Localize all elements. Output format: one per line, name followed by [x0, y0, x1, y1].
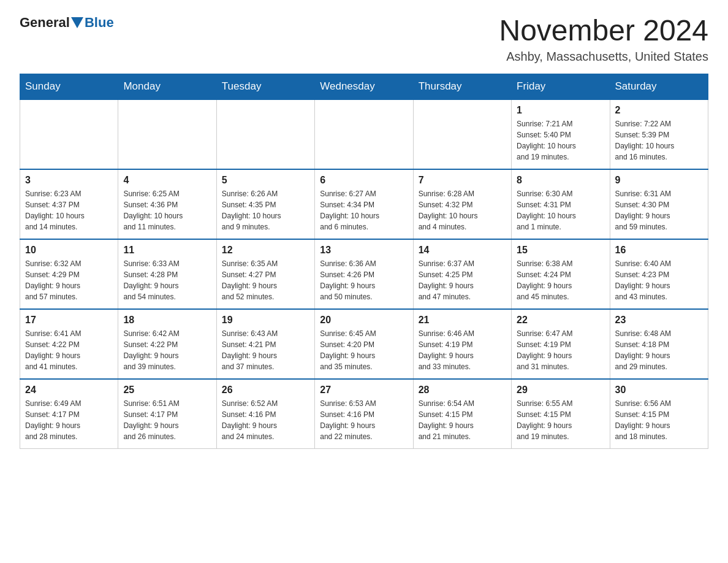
calendar-table: Sunday Monday Tuesday Wednesday Thursday…: [20, 74, 708, 449]
day-info: Sunrise: 6:33 AM Sunset: 4:28 PM Dayligh…: [123, 258, 211, 302]
calendar-cell: 27Sunrise: 6:53 AM Sunset: 4:16 PM Dayli…: [315, 379, 413, 449]
location-subtitle: Ashby, Massachusetts, United States: [499, 50, 708, 64]
logo-general-text: General: [20, 15, 70, 31]
day-number: 22: [517, 315, 604, 326]
calendar-week-row-5: 24Sunrise: 6:49 AM Sunset: 4:17 PM Dayli…: [20, 379, 708, 449]
day-number: 18: [123, 315, 211, 326]
col-header-monday: Monday: [118, 74, 216, 99]
calendar-week-row-3: 10Sunrise: 6:32 AM Sunset: 4:29 PM Dayli…: [20, 239, 708, 309]
day-number: 4: [123, 175, 211, 186]
col-header-thursday: Thursday: [413, 74, 511, 99]
day-info: Sunrise: 6:30 AM Sunset: 4:31 PM Dayligh…: [517, 188, 604, 232]
calendar-cell: 7Sunrise: 6:28 AM Sunset: 4:32 PM Daylig…: [413, 169, 511, 239]
calendar-cell: [315, 99, 413, 169]
day-number: 30: [615, 385, 703, 396]
day-info: Sunrise: 6:41 AM Sunset: 4:22 PM Dayligh…: [25, 328, 113, 372]
calendar-cell: 13Sunrise: 6:36 AM Sunset: 4:26 PM Dayli…: [315, 239, 413, 309]
day-info: Sunrise: 6:23 AM Sunset: 4:37 PM Dayligh…: [25, 188, 113, 232]
calendar-cell: 18Sunrise: 6:42 AM Sunset: 4:22 PM Dayli…: [118, 309, 216, 379]
day-number: 26: [222, 385, 309, 396]
day-info: Sunrise: 6:51 AM Sunset: 4:17 PM Dayligh…: [123, 398, 211, 442]
day-info: Sunrise: 6:26 AM Sunset: 4:35 PM Dayligh…: [222, 188, 309, 232]
day-info: Sunrise: 6:42 AM Sunset: 4:22 PM Dayligh…: [123, 328, 211, 372]
day-info: Sunrise: 6:54 AM Sunset: 4:15 PM Dayligh…: [419, 398, 506, 442]
calendar-cell: 15Sunrise: 6:38 AM Sunset: 4:24 PM Dayli…: [512, 239, 610, 309]
col-header-saturday: Saturday: [610, 74, 708, 99]
day-info: Sunrise: 6:53 AM Sunset: 4:16 PM Dayligh…: [320, 398, 408, 442]
day-number: 5: [222, 175, 309, 186]
calendar-cell: [20, 99, 118, 169]
calendar-cell: 21Sunrise: 6:46 AM Sunset: 4:19 PM Dayli…: [413, 309, 511, 379]
day-number: 27: [320, 385, 408, 396]
calendar-cell: 26Sunrise: 6:52 AM Sunset: 4:16 PM Dayli…: [216, 379, 314, 449]
day-number: 7: [419, 175, 506, 186]
day-number: 3: [25, 175, 113, 186]
col-header-friday: Friday: [512, 74, 610, 99]
day-info: Sunrise: 6:28 AM Sunset: 4:32 PM Dayligh…: [419, 188, 506, 232]
day-number: 1: [517, 105, 604, 116]
calendar-cell: 20Sunrise: 6:45 AM Sunset: 4:20 PM Dayli…: [315, 309, 413, 379]
calendar-cell: [413, 99, 511, 169]
day-info: Sunrise: 6:27 AM Sunset: 4:34 PM Dayligh…: [320, 188, 408, 232]
calendar-cell: 30Sunrise: 6:56 AM Sunset: 4:15 PM Dayli…: [610, 379, 708, 449]
day-info: Sunrise: 6:49 AM Sunset: 4:17 PM Dayligh…: [25, 398, 113, 442]
calendar-cell: [216, 99, 314, 169]
day-info: Sunrise: 6:46 AM Sunset: 4:19 PM Dayligh…: [419, 328, 506, 372]
calendar-cell: 4Sunrise: 6:25 AM Sunset: 4:36 PM Daylig…: [118, 169, 216, 239]
calendar-cell: 23Sunrise: 6:48 AM Sunset: 4:18 PM Dayli…: [610, 309, 708, 379]
calendar-cell: 5Sunrise: 6:26 AM Sunset: 4:35 PM Daylig…: [216, 169, 314, 239]
day-info: Sunrise: 6:38 AM Sunset: 4:24 PM Dayligh…: [517, 258, 604, 302]
calendar-cell: 25Sunrise: 6:51 AM Sunset: 4:17 PM Dayli…: [118, 379, 216, 449]
day-number: 25: [123, 385, 211, 396]
day-info: Sunrise: 6:36 AM Sunset: 4:26 PM Dayligh…: [320, 258, 408, 302]
calendar-cell: 8Sunrise: 6:30 AM Sunset: 4:31 PM Daylig…: [512, 169, 610, 239]
day-number: 6: [320, 175, 408, 186]
calendar-cell: 2Sunrise: 7:22 AM Sunset: 5:39 PM Daylig…: [610, 99, 708, 169]
calendar-week-row-1: 1Sunrise: 7:21 AM Sunset: 5:40 PM Daylig…: [20, 99, 708, 169]
day-info: Sunrise: 7:21 AM Sunset: 5:40 PM Dayligh…: [517, 118, 604, 163]
calendar-cell: 16Sunrise: 6:40 AM Sunset: 4:23 PM Dayli…: [610, 239, 708, 309]
day-number: 2: [615, 105, 703, 116]
day-number: 21: [419, 315, 506, 326]
day-number: 13: [320, 245, 408, 256]
day-number: 14: [419, 245, 506, 256]
day-info: Sunrise: 6:48 AM Sunset: 4:18 PM Dayligh…: [615, 328, 703, 372]
day-number: 20: [320, 315, 408, 326]
day-info: Sunrise: 6:37 AM Sunset: 4:25 PM Dayligh…: [419, 258, 506, 302]
logo-triangle-icon: [71, 17, 83, 28]
calendar-week-row-4: 17Sunrise: 6:41 AM Sunset: 4:22 PM Dayli…: [20, 309, 708, 379]
calendar-cell: 6Sunrise: 6:27 AM Sunset: 4:34 PM Daylig…: [315, 169, 413, 239]
day-number: 8: [517, 175, 604, 186]
calendar-header-row: Sunday Monday Tuesday Wednesday Thursday…: [20, 74, 708, 99]
day-info: Sunrise: 6:45 AM Sunset: 4:20 PM Dayligh…: [320, 328, 408, 372]
calendar-cell: 14Sunrise: 6:37 AM Sunset: 4:25 PM Dayli…: [413, 239, 511, 309]
calendar-cell: 10Sunrise: 6:32 AM Sunset: 4:29 PM Dayli…: [20, 239, 118, 309]
calendar-cell: 9Sunrise: 6:31 AM Sunset: 4:30 PM Daylig…: [610, 169, 708, 239]
calendar-cell: 12Sunrise: 6:35 AM Sunset: 4:27 PM Dayli…: [216, 239, 314, 309]
day-info: Sunrise: 6:47 AM Sunset: 4:19 PM Dayligh…: [517, 328, 604, 372]
month-title: November 2024: [499, 15, 708, 47]
calendar-cell: [118, 99, 216, 169]
calendar-cell: 29Sunrise: 6:55 AM Sunset: 4:15 PM Dayli…: [512, 379, 610, 449]
day-number: 24: [25, 385, 113, 396]
calendar-cell: 17Sunrise: 6:41 AM Sunset: 4:22 PM Dayli…: [20, 309, 118, 379]
day-info: Sunrise: 6:56 AM Sunset: 4:15 PM Dayligh…: [615, 398, 703, 442]
calendar-cell: 11Sunrise: 6:33 AM Sunset: 4:28 PM Dayli…: [118, 239, 216, 309]
day-info: Sunrise: 6:43 AM Sunset: 4:21 PM Dayligh…: [222, 328, 309, 372]
col-header-sunday: Sunday: [20, 74, 118, 99]
calendar-cell: 28Sunrise: 6:54 AM Sunset: 4:15 PM Dayli…: [413, 379, 511, 449]
day-info: Sunrise: 6:32 AM Sunset: 4:29 PM Dayligh…: [25, 258, 113, 302]
day-number: 11: [123, 245, 211, 256]
day-info: Sunrise: 6:31 AM Sunset: 4:30 PM Dayligh…: [615, 188, 703, 232]
day-number: 9: [615, 175, 703, 186]
day-info: Sunrise: 7:22 AM Sunset: 5:39 PM Dayligh…: [615, 118, 703, 163]
day-info: Sunrise: 6:52 AM Sunset: 4:16 PM Dayligh…: [222, 398, 309, 442]
day-number: 12: [222, 245, 309, 256]
calendar-cell: 22Sunrise: 6:47 AM Sunset: 4:19 PM Dayli…: [512, 309, 610, 379]
day-info: Sunrise: 6:55 AM Sunset: 4:15 PM Dayligh…: [517, 398, 604, 442]
day-number: 23: [615, 315, 703, 326]
col-header-tuesday: Tuesday: [216, 74, 314, 99]
calendar-week-row-2: 3Sunrise: 6:23 AM Sunset: 4:37 PM Daylig…: [20, 169, 708, 239]
logo-blue-text: Blue: [85, 15, 114, 31]
logo: General Blue: [20, 15, 114, 31]
